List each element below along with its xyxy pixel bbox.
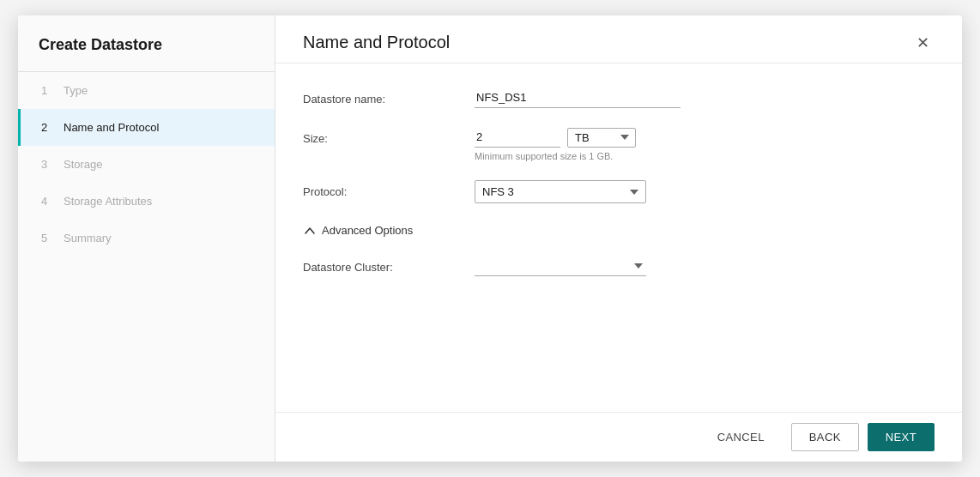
dialog-title: Create Datastore [18,15,275,72]
wizard-steps: 1 Type 2 Name and Protocol 3 Storage 4 S… [18,72,275,257]
next-button[interactable]: NEXT [868,423,935,451]
main-title: Name and Protocol [303,33,450,52]
datastore-name-label: Datastore name: [303,88,475,106]
cluster-label: Datastore Cluster: [303,256,475,274]
protocol-row: Protocol: NFS 3 NFS 4.1 [303,180,935,203]
create-datastore-dialog: Create Datastore 1 Type 2 Name and Proto… [18,15,962,462]
step-2-label: Name and Protocol [64,121,159,134]
sidebar-step-2[interactable]: 2 Name and Protocol [18,109,275,146]
step-2-number: 2 [41,121,55,134]
size-unit-select[interactable]: TB GB MB [567,128,636,148]
back-button[interactable]: BACK [791,423,859,451]
size-field: TB GB MB Minimum supported size is 1 GB. [475,127,935,161]
protocol-field: NFS 3 NFS 4.1 [475,180,935,203]
step-3-label: Storage [64,158,103,171]
step-5-number: 5 [41,232,55,245]
datastore-name-input[interactable] [475,88,681,108]
close-button[interactable]: ✕ [911,33,935,52]
size-label: Size: [303,127,475,145]
size-hint: Minimum supported size is 1 GB. [475,151,935,161]
footer: CANCEL BACK NEXT [275,412,962,462]
main-body: Datastore name: Size: TB GB MB [275,63,962,412]
size-input[interactable] [475,127,560,148]
sidebar-step-4[interactable]: 4 Storage Attributes [18,183,275,220]
protocol-select[interactable]: NFS 3 NFS 4.1 [475,180,646,203]
size-controls: TB GB MB [475,127,935,148]
cancel-button[interactable]: CANCEL [699,423,783,451]
step-1-number: 1 [41,84,55,97]
size-row: Size: TB GB MB Minimum supported size is… [303,127,935,161]
step-3-number: 3 [41,158,55,171]
main-panel: Name and Protocol ✕ Datastore name: Size… [275,15,962,462]
chevron-up-icon [305,226,315,236]
cluster-field [475,256,935,276]
protocol-label: Protocol: [303,180,475,198]
advanced-options-toggle[interactable]: Advanced Options [303,222,935,238]
cluster-row: Datastore Cluster: [303,256,935,276]
wizard-sidebar: Create Datastore 1 Type 2 Name and Proto… [18,15,275,462]
advanced-options-label: Advanced Options [322,224,413,237]
step-4-number: 4 [41,195,55,208]
datastore-name-row: Datastore name: [303,88,935,108]
datastore-name-field [475,88,935,108]
cluster-select[interactable] [475,256,646,276]
step-5-label: Summary [64,232,112,245]
sidebar-step-5[interactable]: 5 Summary [18,220,275,257]
sidebar-step-3[interactable]: 3 Storage [18,146,275,183]
sidebar-step-1[interactable]: 1 Type [18,72,275,109]
main-header: Name and Protocol ✕ [275,15,962,63]
step-1-label: Type [64,84,88,97]
step-4-label: Storage Attributes [64,195,152,208]
